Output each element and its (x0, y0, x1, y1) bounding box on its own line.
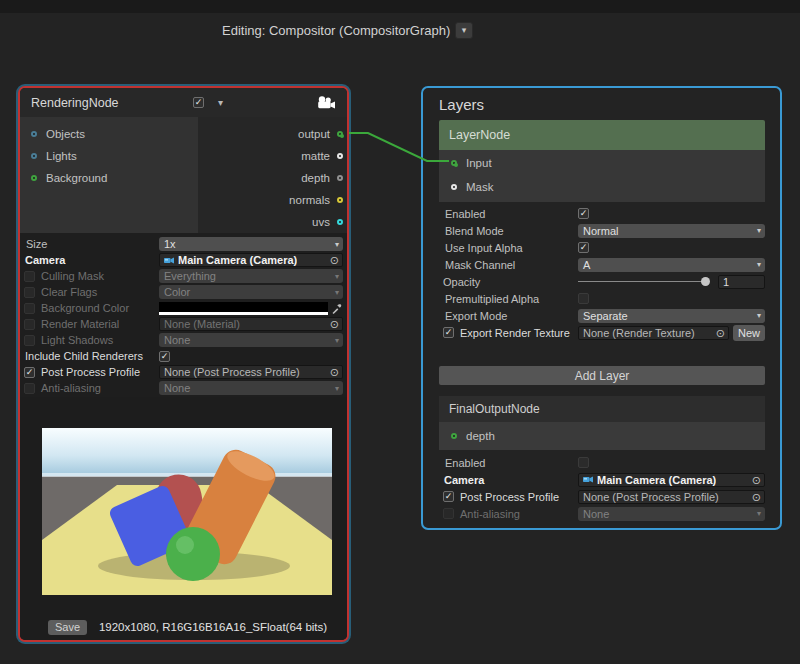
property-row-use-input-alpha: Use Input Alpha ✓ (439, 239, 765, 256)
eyedropper-icon[interactable] (331, 303, 343, 314)
layer-node-header[interactable]: LayerNode (439, 120, 765, 150)
anti-aliasing-override-checkbox[interactable] (443, 508, 454, 519)
port-label: depth (466, 430, 495, 442)
export-render-texture-value: None (Render Texture) (583, 327, 695, 339)
port-objects[interactable]: Objects (31, 126, 85, 142)
port-circle-connected[interactable] (337, 131, 343, 137)
editing-target-dropdown-button[interactable]: ▾ (455, 22, 473, 39)
object-picker-icon[interactable]: ⊙ (714, 327, 727, 339)
port-circle[interactable] (337, 219, 343, 225)
port-output[interactable]: output (298, 126, 343, 142)
post-process-profile-object-field[interactable]: None (Post Process Profile) ⊙ (578, 490, 765, 504)
culling-mask-override-checkbox[interactable] (24, 271, 35, 282)
camera-icon (583, 475, 594, 484)
render-material-object-field[interactable]: None (Material) ⊙ (159, 317, 343, 331)
port-matte[interactable]: matte (301, 148, 343, 164)
property-row-post-process-profile: ✓Post Process Profile None (Post Process… (439, 488, 765, 505)
background-color-override-checkbox[interactable] (24, 303, 35, 314)
chevron-down-icon: ▾ (757, 509, 761, 518)
chevron-down-icon: ▾ (335, 240, 339, 249)
anti-aliasing-dropdown[interactable]: None▾ (578, 507, 765, 521)
port-background[interactable]: Background (31, 170, 107, 186)
object-picker-icon[interactable]: ⊙ (328, 366, 341, 378)
camera-object-field[interactable]: Main Camera (Camera) ⊙ (578, 473, 765, 487)
collapse-chevron-icon[interactable]: ▾ (218, 97, 223, 108)
object-picker-icon[interactable]: ⊙ (328, 318, 341, 330)
camera-object-field[interactable]: Main Camera (Camera) ⊙ (159, 253, 343, 267)
port-circle[interactable] (451, 433, 457, 439)
final-output-node-properties: Enabled Camera Main Camera (Camera) ⊙ ✓P… (439, 454, 765, 522)
port-mask[interactable]: Mask (439, 175, 765, 199)
chevron-down-icon: ▾ (757, 260, 761, 269)
port-circle[interactable] (31, 153, 37, 159)
post-process-profile-override-checkbox[interactable]: ✓ (24, 367, 35, 378)
anti-aliasing-dropdown[interactable]: None▾ (159, 381, 343, 395)
port-circle[interactable] (337, 197, 343, 203)
enabled-checkbox[interactable]: ✓ (578, 208, 589, 219)
check-icon: ✓ (445, 328, 453, 337)
port-circle[interactable] (337, 153, 343, 159)
port-uvs[interactable]: uvs (312, 214, 343, 230)
layer-node-title: LayerNode (449, 128, 510, 142)
premultiplied-alpha-checkbox[interactable] (578, 293, 589, 304)
check-icon: ✓ (445, 492, 453, 501)
rendering-node-enabled-checkbox[interactable]: ✓ (193, 97, 204, 108)
light-shadows-override-checkbox[interactable] (24, 335, 35, 346)
camera-value: Main Camera (Camera) (597, 474, 716, 486)
background-color-swatch[interactable] (159, 302, 328, 315)
clear-flags-dropdown[interactable]: Color▾ (159, 285, 343, 299)
enabled-checkbox[interactable] (578, 457, 589, 468)
mask-channel-dropdown[interactable]: A▾ (578, 258, 765, 272)
port-input[interactable]: Input (439, 151, 765, 175)
port-circle-connected[interactable] (451, 160, 457, 166)
size-dropdown[interactable]: 1x▾ (159, 237, 343, 251)
export-render-texture-object-field[interactable]: None (Render Texture) ⊙ (578, 326, 729, 340)
object-picker-icon[interactable]: ⊙ (750, 491, 763, 503)
render-format-info: 1920x1080, R16G16B16A16_SFloat(64 bits) (87, 621, 339, 633)
camera-value: Main Camera (Camera) (178, 254, 297, 266)
property-row-premultiplied-alpha: Premultiplied Alpha (439, 290, 765, 307)
save-button[interactable]: Save (48, 620, 87, 635)
final-output-node-header[interactable]: FinalOutputNode (439, 396, 765, 422)
post-process-profile-object-field[interactable]: None (Post Process Profile) ⊙ (159, 365, 343, 379)
object-picker-icon[interactable]: ⊙ (328, 254, 341, 266)
port-lights[interactable]: Lights (31, 148, 77, 164)
render-material-override-checkbox[interactable] (24, 319, 35, 330)
new-render-texture-button[interactable]: New (733, 325, 765, 341)
chevron-down-icon: ▾ (757, 311, 761, 320)
port-circle[interactable] (451, 184, 457, 190)
port-depth[interactable]: depth (439, 424, 495, 448)
export-mode-dropdown[interactable]: Separate▾ (578, 309, 765, 323)
slider-handle[interactable] (701, 277, 710, 286)
port-depth[interactable]: depth (301, 170, 343, 186)
use-input-alpha-checkbox[interactable]: ✓ (578, 242, 589, 253)
anti-aliasing-override-checkbox[interactable] (24, 383, 35, 394)
use-input-alpha-label: Use Input Alpha (443, 242, 523, 254)
port-circle[interactable] (31, 131, 37, 137)
export-render-texture-checkbox[interactable]: ✓ (443, 327, 454, 338)
blend-mode-value: Normal (583, 225, 618, 237)
port-normals[interactable]: normals (289, 192, 343, 208)
mask-channel-value: A (583, 259, 590, 271)
enabled-label: Enabled (443, 457, 485, 469)
object-picker-icon[interactable]: ⊙ (750, 474, 763, 486)
include-child-renderers-checkbox[interactable]: ✓ (159, 351, 170, 362)
add-layer-button[interactable]: Add Layer (439, 366, 765, 385)
chevron-down-icon: ▾ (335, 384, 339, 393)
blend-mode-dropdown[interactable]: Normal▾ (578, 224, 765, 238)
port-circle[interactable] (31, 175, 37, 181)
property-row-light-shadows: Light Shadows None▾ (20, 332, 347, 348)
rendering-node-properties: Size 1x▾ Camera Main Camera (Camera) ⊙ C… (20, 233, 347, 397)
light-shadows-dropdown[interactable]: None▾ (159, 333, 343, 347)
opacity-slider[interactable] (578, 276, 713, 287)
final-output-node-ports: depth (439, 422, 765, 450)
rendering-node-titlebar[interactable]: RenderingNode ✓ ▾ (20, 88, 347, 117)
size-label: Size (24, 238, 47, 250)
opacity-value-field[interactable]: 1 (718, 275, 765, 289)
culling-mask-dropdown[interactable]: Everything▾ (159, 269, 343, 283)
chevron-down-icon: ▾ (335, 288, 339, 297)
clear-flags-override-checkbox[interactable] (24, 287, 35, 298)
post-process-profile-override-checkbox[interactable]: ✓ (443, 491, 454, 502)
export-mode-value: Separate (583, 310, 628, 322)
port-circle[interactable] (337, 175, 343, 181)
